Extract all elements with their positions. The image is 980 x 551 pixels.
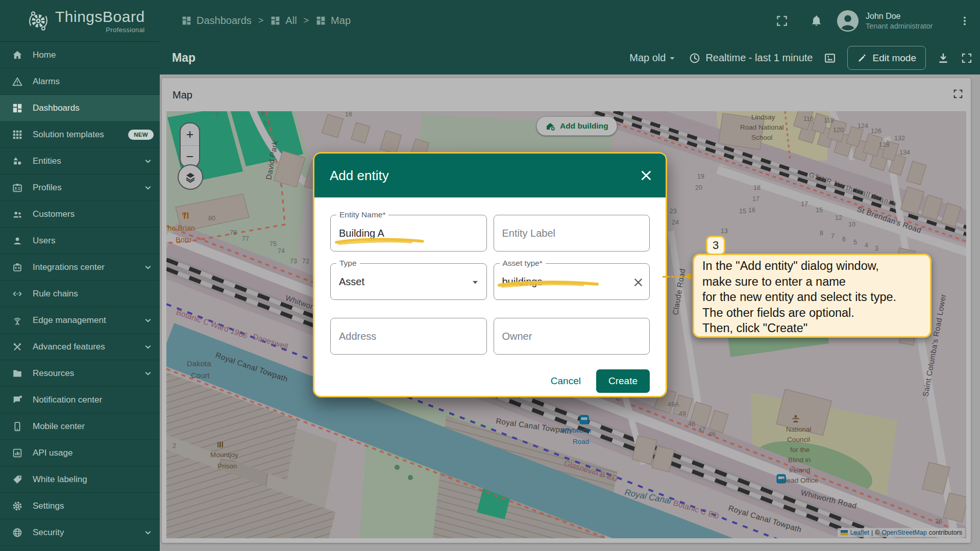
sidebar-item-customers[interactable]: Customers [0, 201, 160, 228]
sidebar-item-label: Customers [33, 209, 160, 219]
tutorial-text-line: make sure to enter a name [702, 274, 922, 290]
type-label: Type [336, 259, 360, 268]
sidebar-item-alarms[interactable]: Alarms [0, 68, 160, 95]
profiles-icon [12, 182, 23, 193]
avatar[interactable] [836, 9, 860, 33]
state-select-value: Map old [629, 52, 666, 64]
sidebar-item-white-labeling[interactable]: White labeling [0, 466, 160, 493]
tutorial-tooltip: In the "Add entity" dialog window,make s… [693, 254, 932, 338]
map-label: 116 [803, 115, 814, 122]
dashboard-icon [181, 15, 192, 26]
sidebar-item-resources[interactable]: Resources [0, 360, 160, 387]
map-label: School [751, 134, 772, 141]
sidebar-item-profiles[interactable]: Profiles [0, 174, 160, 201]
chevron-down-icon [142, 315, 154, 326]
asset-type-field: Asset type* [494, 263, 650, 300]
download-icon[interactable] [937, 52, 950, 65]
map-label: 124 [857, 122, 868, 130]
sidebar-item-advanced-features[interactable]: Advanced features [0, 334, 160, 360]
sidebar-item-integrations-center[interactable]: Integrations center [0, 254, 160, 281]
sidebar-item-rule-chains[interactable]: Rule chains [0, 281, 160, 307]
asset-type-input[interactable] [494, 264, 650, 299]
dialog-actions: Cancel Create [551, 369, 650, 393]
sidebar-item-notification-center[interactable]: Notification center [0, 387, 160, 413]
add-building-icon [545, 121, 556, 132]
cancel-button[interactable]: Cancel [551, 375, 581, 387]
brand-subtitle: Professional [106, 26, 144, 34]
sidebar-item-label: White labeling [33, 474, 160, 485]
map-label: 16 [748, 207, 755, 214]
kebab-menu-icon[interactable] [959, 15, 971, 27]
sidebar-item-dashboards[interactable]: Dashboards [0, 95, 160, 121]
sidebar-item-api-usage[interactable]: API usage [0, 440, 160, 466]
map-layers-button[interactable] [178, 164, 203, 190]
edit-mode-button[interactable]: Edit mode [847, 46, 926, 70]
breadcrumb-item-map[interactable]: Map [315, 15, 351, 27]
prison-icon [217, 442, 223, 447]
notifications-bell-icon[interactable] [810, 14, 823, 27]
clear-icon[interactable] [632, 277, 644, 288]
sidebar-item-home[interactable]: Home [0, 42, 160, 68]
users-icon [12, 235, 23, 246]
sidebar-item-label: Alarms [33, 77, 160, 87]
solution-templates-icon [12, 129, 23, 140]
map-label: Council [787, 436, 810, 443]
brand-name: ThingsBoard [55, 8, 145, 26]
map-label: 77 [242, 235, 249, 242]
sidebar-item-edge-management[interactable]: Edge management [0, 307, 160, 334]
map-label: 4 [865, 242, 868, 249]
leaflet-link[interactable]: Leaflet [850, 529, 869, 536]
sidebar-item-security[interactable]: Security [0, 519, 160, 546]
type-caret-icon[interactable] [469, 276, 481, 288]
user-info[interactable]: John Doe Tenant administrator [866, 12, 953, 30]
screenshot-icon[interactable] [823, 52, 837, 65]
map-label: 13 [721, 228, 728, 235]
map-label: Court [191, 371, 210, 380]
sidebar-item-label: Profiles [33, 183, 133, 193]
map-label: Road National [740, 123, 784, 131]
close-icon[interactable] [639, 168, 653, 183]
map-label: Whitworth [560, 427, 591, 434]
logo[interactable]: ThingsBoard Professional [0, 0, 160, 42]
fullscreen-icon[interactable] [775, 14, 789, 28]
tutorial-text-line: for the new entity and select its type. [702, 289, 922, 305]
sidebar-item-users[interactable]: Users [0, 228, 160, 254]
owner-input[interactable] [494, 318, 650, 354]
sidebar-item-entities[interactable]: Entities [0, 148, 160, 174]
entity-name-field: Entity Name* [330, 215, 487, 252]
breadcrumb-item-all[interactable]: All [270, 15, 297, 27]
address-input[interactable] [331, 318, 486, 354]
sidebar-item-solution-templates[interactable]: Solution templatesNEW [0, 121, 160, 148]
zoom-in-button[interactable]: + [181, 123, 199, 146]
add-building-button[interactable]: Add building [536, 116, 617, 136]
map-label: 128 [879, 141, 890, 148]
entity-label-field [494, 215, 650, 252]
advanced-features-icon [12, 341, 23, 353]
sidebar-item-mobile-center[interactable]: Mobile center [0, 413, 160, 440]
entity-label-input[interactable] [494, 215, 650, 251]
api-usage-icon [12, 447, 23, 459]
chevron-down-icon [142, 156, 154, 167]
toolbar-fullscreen-icon[interactable] [961, 52, 973, 64]
caret-down-icon [667, 53, 678, 64]
type-select[interactable] [331, 264, 486, 299]
create-button[interactable]: Create [596, 369, 650, 393]
dashboard-icon [270, 15, 281, 26]
dashboard-state-select[interactable]: Map old [629, 52, 678, 64]
map-label: 72 [302, 258, 309, 265]
timewindow-button[interactable]: Realtime - last 1 minute [689, 52, 813, 64]
map-label: 16 [345, 111, 352, 118]
dialog-header: Add entity [314, 154, 666, 197]
owner-field [494, 318, 650, 355]
map-label: 2 [173, 442, 176, 449]
breadcrumb-item-dashboards[interactable]: Dashboards [181, 15, 252, 27]
sidebar-item-settings[interactable]: Settings [0, 493, 160, 519]
sidebar-item-label: Settings [33, 501, 160, 511]
map-label: for the [790, 446, 810, 454]
osm-link[interactable]: OpenStreetMap [881, 529, 926, 536]
widget-expand-icon[interactable] [952, 88, 964, 99]
map-label: 75 [270, 240, 277, 247]
entity-name-input[interactable] [331, 215, 486, 251]
tutorial-connector [663, 276, 687, 278]
ukraine-flag-icon [841, 530, 848, 535]
